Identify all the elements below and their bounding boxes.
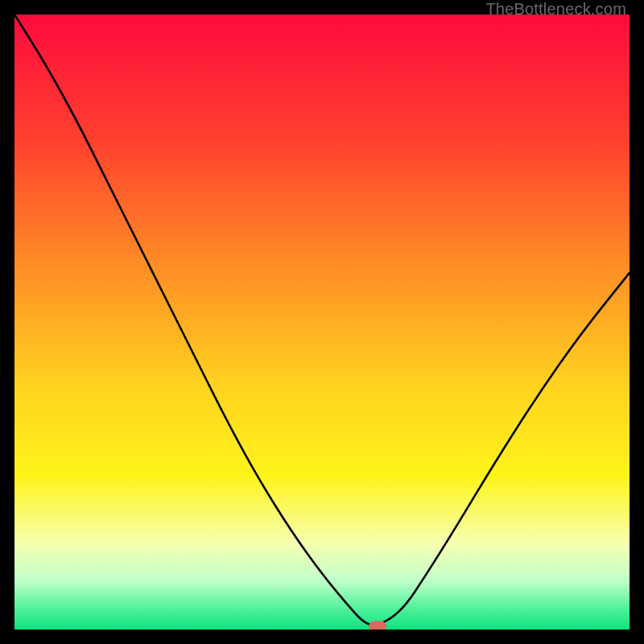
bottleneck-curve <box>14 14 630 630</box>
plot-area <box>14 14 630 630</box>
chart-frame: TheBottleneck.com <box>0 0 644 644</box>
watermark-label: TheBottleneck.com <box>485 0 626 19</box>
minimum-marker <box>369 621 386 630</box>
